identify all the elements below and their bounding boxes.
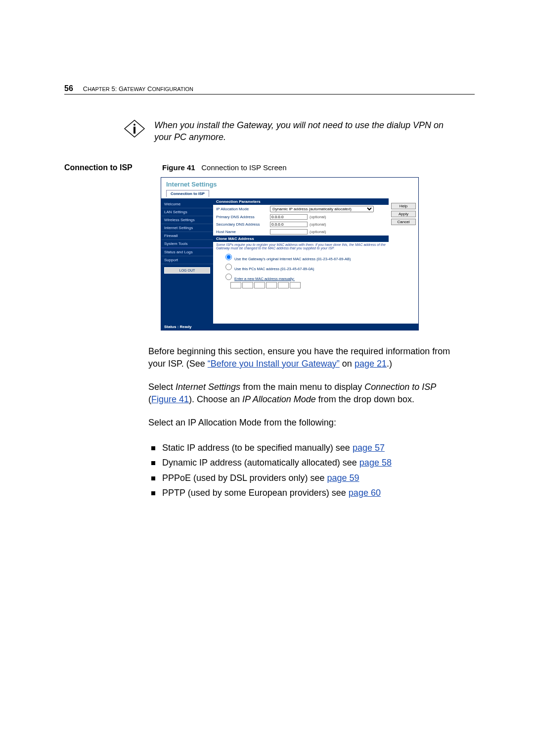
optional-label: (optional) — [310, 230, 326, 234]
link-page-57[interactable]: page 57 — [353, 443, 385, 453]
mac-field[interactable] — [290, 282, 301, 288]
paragraph: Select an IP Allocation Mode from the fo… — [148, 417, 465, 429]
label-host-name: Host Name — [216, 230, 268, 234]
apply-button[interactable]: Apply — [391, 211, 416, 217]
list-item: Static IP address (to be specified manua… — [148, 440, 465, 456]
link-figure-41[interactable]: Figure 41 — [151, 394, 189, 404]
sidebar-item-internet[interactable]: Internet Settings — [161, 224, 213, 232]
label-primary-dns: Primary DNS Address — [216, 215, 268, 219]
chapter-title: CHAPTER 5: GATEWAY CONFIGURATION — [83, 85, 193, 93]
info-icon — [124, 119, 145, 140]
sidebar-item-status[interactable]: Status and Logs — [161, 248, 213, 256]
label-ip-allocation: IP Allocation Mode — [216, 207, 268, 211]
link-before-install[interactable]: “Before you Install your Gateway” — [208, 359, 340, 369]
list-item: PPTP (used by some European providers) s… — [148, 485, 465, 501]
info-note: When you install the Gateway, you will n… — [154, 119, 461, 143]
list-item: Dynamic IP address (automatically alloca… — [148, 455, 465, 471]
list-item: PPPoE (used by DSL providers only) see p… — [148, 471, 465, 486]
sidebar-item-firewall[interactable]: Firewall — [161, 232, 213, 240]
screenshot-connection-to-isp: Internet Settings Connection to ISP Welc… — [161, 177, 419, 331]
cancel-button[interactable]: Cancel — [391, 219, 416, 225]
page-number: 56 — [64, 84, 73, 93]
page-header: 56 CHAPTER 5: GATEWAY CONFIGURATION — [64, 84, 475, 94]
sidebar-item-wireless[interactable]: Wireless Settings — [161, 216, 213, 224]
label-secondary-dns: Secondary DNS Address — [216, 222, 268, 227]
radio-pc-mac[interactable] — [225, 264, 232, 270]
svg-rect-2 — [134, 127, 135, 134]
screenshot-sidebar: Welcome LAN Settings Wireless Settings I… — [161, 198, 213, 324]
sidebar-item-support[interactable]: Support — [161, 256, 213, 264]
optional-label: (optional) — [310, 215, 326, 219]
mac-field[interactable] — [266, 282, 277, 288]
link-page-58[interactable]: page 58 — [359, 458, 392, 468]
host-name-input[interactable] — [270, 229, 308, 235]
figure-caption: Figure 41 Connection to ISP Screen — [162, 163, 287, 172]
section-connection-parameters: Connection Parameters — [213, 198, 389, 205]
section-heading: Connection to ISP — [64, 163, 153, 172]
sidebar-item-welcome[interactable]: Welcome — [161, 200, 213, 208]
mac-field[interactable] — [242, 282, 253, 288]
sidebar-item-systemtools[interactable]: System Tools — [161, 240, 213, 248]
ip-allocation-select[interactable]: Dynamic IP address (automatically alloca… — [270, 206, 374, 212]
link-page-60[interactable]: page 60 — [349, 488, 381, 498]
mac-field[interactable] — [230, 282, 241, 288]
mac-field[interactable] — [254, 282, 265, 288]
optional-label: (optional) — [310, 222, 326, 227]
sidebar-item-lan[interactable]: LAN Settings — [161, 208, 213, 216]
link-page-21[interactable]: page 21 — [355, 359, 387, 369]
status-bar: Status : Ready — [161, 324, 418, 330]
svg-point-1 — [134, 124, 135, 126]
primary-dns-input[interactable] — [270, 214, 308, 220]
logout-button[interactable]: LOG OUT — [164, 267, 210, 274]
radio-manual-mac[interactable] — [225, 274, 232, 280]
radio-original-mac[interactable] — [225, 254, 232, 260]
link-page-59[interactable]: page 59 — [327, 473, 359, 483]
help-button[interactable]: Help — [391, 203, 416, 209]
secondary-dns-input[interactable] — [270, 222, 308, 227]
paragraph: Select Internet Settings from the main m… — [148, 381, 465, 406]
section-clone-mac: Clone MAC Address — [213, 236, 389, 242]
screenshot-title: Internet Settings — [166, 181, 413, 188]
mac-field[interactable] — [278, 282, 289, 288]
bullet-list: Static IP address (to be specified manua… — [148, 440, 465, 501]
paragraph: Before beginning this section, ensure yo… — [148, 345, 465, 370]
clone-mac-note: Some ISPs require you to register your M… — [213, 242, 389, 252]
tab-connection-to-isp[interactable]: Connection to ISP — [166, 190, 209, 197]
